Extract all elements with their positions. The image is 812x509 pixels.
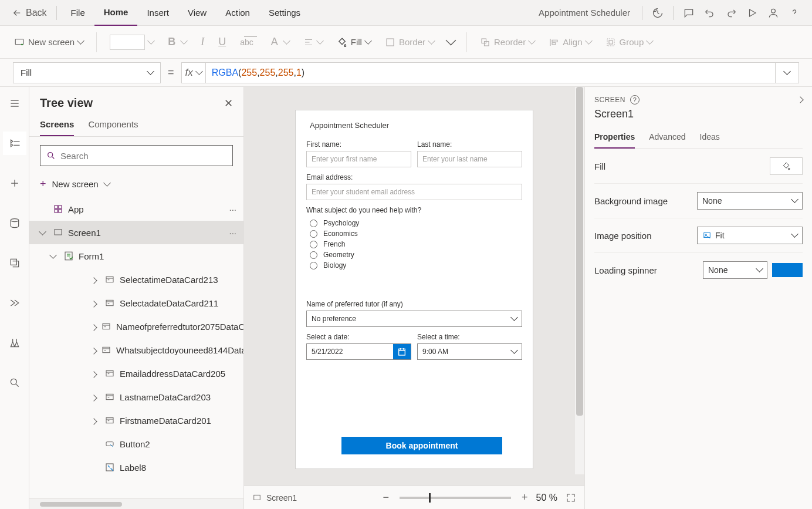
canvas-vscrollbar[interactable] <box>575 87 584 474</box>
formula-expand-button[interactable] <box>776 62 799 83</box>
group-button[interactable]: Group <box>600 33 659 51</box>
tree-hscroll[interactable] <box>29 498 243 509</box>
props-help-icon[interactable]: ? <box>630 95 640 105</box>
tree-chevron[interactable] <box>92 369 100 379</box>
subject-radio-item[interactable]: Psychology <box>306 218 522 228</box>
zoom-slider[interactable] <box>400 497 511 499</box>
rail-tools[interactable] <box>3 331 26 355</box>
menu-home[interactable]: Home <box>94 0 138 26</box>
bold-button[interactable]: B <box>162 32 192 52</box>
tree-tab-screens[interactable]: Screens <box>40 114 74 136</box>
underline-button[interactable]: U <box>212 32 232 52</box>
fill-button[interactable]: Fill <box>331 33 377 51</box>
canvas-vscroll-thumb[interactable] <box>576 87 583 416</box>
tree-item[interactable]: SelectatimeDataCard213 <box>29 268 243 291</box>
undo-icon[interactable] <box>699 2 720 23</box>
tree-item[interactable]: Nameofpreferredtutor2075DataCard2 <box>29 315 243 338</box>
tree-item[interactable]: LastnameDataCard203 <box>29 385 243 409</box>
tree-chevron[interactable] <box>50 251 59 261</box>
calendar-icon[interactable] <box>393 344 411 359</box>
first-name-input[interactable] <box>306 151 411 167</box>
subject-radio-item[interactable]: Economics <box>306 228 522 239</box>
align-controls-button[interactable]: Align <box>543 33 597 51</box>
tree-item[interactable]: Form1 <box>29 244 243 268</box>
property-selector[interactable]: Fill <box>13 62 161 83</box>
tree-item-more[interactable]: ··· <box>229 204 236 214</box>
tree-item[interactable]: App··· <box>29 197 243 221</box>
email-input[interactable] <box>306 184 522 200</box>
italic-button[interactable]: I <box>195 32 210 52</box>
tree-item-more[interactable]: ··· <box>229 228 236 238</box>
zoom-out-button[interactable]: − <box>383 491 389 504</box>
tree-chevron[interactable] <box>92 275 100 285</box>
reorder-button[interactable]: Reorder <box>474 33 540 51</box>
comments-icon[interactable] <box>678 2 699 23</box>
font-color-button[interactable]: A <box>265 32 295 52</box>
border-button[interactable]: Border <box>379 33 440 51</box>
zoom-slider-thumb[interactable] <box>429 493 431 503</box>
rail-hamburger[interactable] <box>3 92 26 115</box>
props-tab-ideas[interactable]: Ideas <box>700 129 720 149</box>
tree-item[interactable]: Whatsubjectdoyouneed8144DataCar <box>29 338 243 362</box>
formula-input[interactable]: RGBA(255, 255, 255, 1) <box>206 62 776 83</box>
props-tab-advanced[interactable]: Advanced <box>649 129 685 149</box>
preview-icon[interactable] <box>742 2 763 23</box>
tree-item[interactable]: Button2 <box>29 432 243 456</box>
menu-insert[interactable]: Insert <box>137 0 178 26</box>
rail-media[interactable] <box>3 251 26 275</box>
new-screen-button[interactable]: New screen <box>8 33 89 51</box>
rail-treeview[interactable] <box>3 132 26 155</box>
back-button[interactable]: Back <box>7 8 52 18</box>
tree-item[interactable]: Label8 <box>29 456 243 479</box>
prop-spinner-color[interactable] <box>772 263 803 277</box>
menu-view[interactable]: View <box>178 0 216 26</box>
book-appointment-button[interactable]: Book appointment <box>341 437 502 454</box>
zoom-in-button[interactable]: + <box>522 491 528 504</box>
theme-picker[interactable] <box>104 31 160 53</box>
props-expand-icon[interactable] <box>798 96 803 104</box>
tree-search-box[interactable] <box>40 145 233 166</box>
rail-data[interactable] <box>3 211 26 235</box>
tree-item[interactable]: EmailaddressDataCard205 <box>29 362 243 385</box>
menu-file[interactable]: File <box>62 0 94 26</box>
tree-search-input[interactable] <box>60 151 226 161</box>
app-preview-frame[interactable]: Appointment Scheduler First name: Last n… <box>296 110 533 468</box>
app-checker-icon[interactable] <box>647 2 668 23</box>
menu-action[interactable]: Action <box>216 0 259 26</box>
fit-screen-button[interactable] <box>566 493 576 503</box>
tree-chevron[interactable] <box>92 392 100 402</box>
subject-radio-item[interactable]: French <box>306 239 522 250</box>
tree-item[interactable]: FirstnameDataCard201 <box>29 409 243 432</box>
menu-settings[interactable]: Settings <box>259 0 310 26</box>
prop-fill-swatch[interactable] <box>770 157 803 175</box>
ribbon-chevron[interactable] <box>442 33 459 50</box>
canvas-viewport[interactable]: Appointment Scheduler First name: Last n… <box>244 87 584 486</box>
tree-chevron[interactable] <box>92 416 100 426</box>
date-picker[interactable]: 5/21/2022 <box>306 343 411 360</box>
tree-chevron[interactable] <box>92 298 100 308</box>
tree-close-button[interactable]: ✕ <box>224 97 233 110</box>
prop-spinner-select[interactable]: None <box>703 261 767 279</box>
tree-item[interactable]: Screen1··· <box>29 221 243 244</box>
fx-button[interactable]: fx <box>181 62 206 83</box>
tree-chevron[interactable] <box>92 345 96 355</box>
help-icon[interactable] <box>784 2 805 23</box>
prop-imgpos-select[interactable]: Fit <box>697 227 803 244</box>
tree-item[interactable]: SelectadateDataCard211 <box>29 291 243 315</box>
rail-search[interactable] <box>3 371 26 395</box>
strikethrough-button[interactable]: abc <box>234 34 263 50</box>
prop-bgimage-select[interactable]: None <box>697 192 803 210</box>
new-screen-link[interactable]: + New screen <box>29 174 243 197</box>
subject-radio-item[interactable]: Geometry <box>306 250 522 260</box>
share-icon[interactable] <box>763 2 784 23</box>
tutor-select[interactable]: No preference <box>306 311 522 327</box>
tree-chevron[interactable] <box>40 228 48 238</box>
redo-icon[interactable] <box>720 2 742 23</box>
rail-flows[interactable] <box>3 291 26 315</box>
time-select[interactable]: 9:00 AM <box>417 343 522 360</box>
tree-chevron[interactable] <box>92 322 96 332</box>
tree-tab-components[interactable]: Components <box>88 114 138 136</box>
props-tab-properties[interactable]: Properties <box>594 129 635 149</box>
rail-insert[interactable] <box>3 171 26 195</box>
align-button[interactable] <box>297 33 329 51</box>
